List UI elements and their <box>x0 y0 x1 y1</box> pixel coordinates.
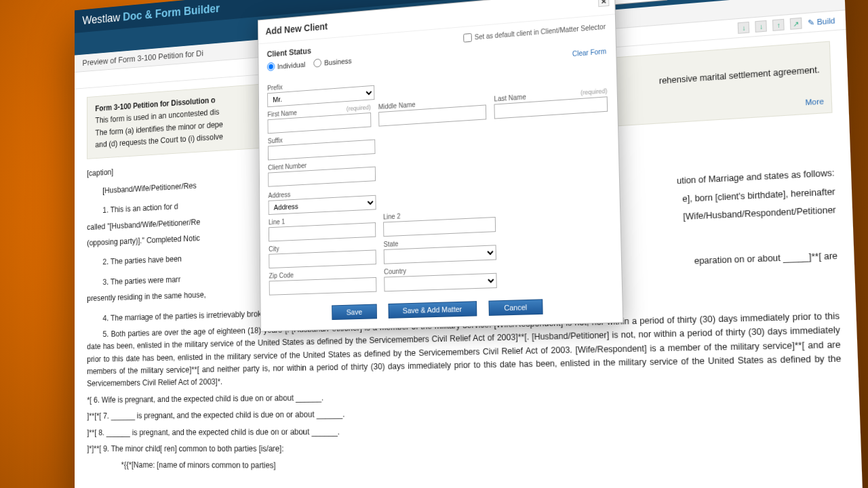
close-icon[interactable]: ✕ <box>598 0 609 7</box>
zip-input[interactable] <box>269 277 377 296</box>
modal-overlay: Add New Client ✕ Client Status Set as de… <box>75 0 864 488</box>
city-input[interactable] <box>269 249 376 268</box>
cancel-button[interactable]: Cancel <box>489 299 542 316</box>
client-status-label: Client Status <box>267 46 311 59</box>
save-button[interactable]: Save <box>332 304 377 321</box>
state-select[interactable] <box>384 245 496 264</box>
add-client-modal: Add New Client ✕ Client Status Set as de… <box>258 0 623 331</box>
save-add-matter-button[interactable]: Save & Add Matter <box>388 301 477 319</box>
radio-individual[interactable]: Individual <box>267 60 306 71</box>
radio-business[interactable]: Business <box>314 56 352 68</box>
line1-input[interactable] <box>269 222 376 241</box>
country-select[interactable] <box>384 273 497 292</box>
